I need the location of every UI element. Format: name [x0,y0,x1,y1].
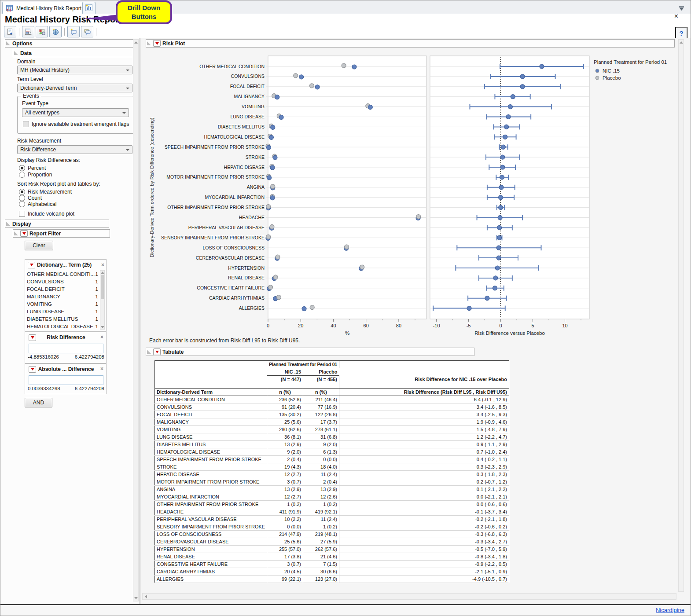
placebo-dot[interactable] [266,235,271,239]
risk-difference-range-input[interactable] [29,344,103,353]
table-row[interactable]: DIABETES MELLITUS13 (2.9)9 (2.0)0.9 (-1.… [155,441,509,448]
scroll-down-icon[interactable] [101,326,104,328]
filter-funnel-icon[interactable] [679,5,684,13]
placebo-dot[interactable] [270,224,274,229]
disclosure-icon[interactable] [147,41,151,45]
placebo-dot[interactable] [345,245,349,249]
filter-list-item[interactable]: MALIGNANCY1 [27,293,99,300]
placebo-dot[interactable] [273,275,278,279]
disclosure-icon[interactable] [14,231,18,235]
table-row[interactable]: CONGESTIVE HEART FAILURE3 (0.7)7 (1.5)-0… [155,561,509,568]
filter-list-item[interactable]: VOMITING1 [27,300,99,308]
risk-plot-header[interactable]: Risk Plot [146,39,675,48]
risk-diff-dot[interactable] [520,84,525,89]
table-row[interactable]: ALLERGIES99 (22.1)123 (27.0)-4.9 (-10.5 … [155,576,509,583]
disclosure-icon[interactable] [6,222,10,226]
save-picture-icon[interactable] [36,26,48,37]
risk-diff-dot[interactable] [508,105,512,109]
red-triangle-menu-icon[interactable] [153,348,161,355]
nic-dot[interactable] [270,165,275,170]
data-table-icon[interactable] [22,26,34,37]
nic-dot[interactable] [352,65,357,69]
close-icon[interactable]: × [101,262,104,268]
domain-select[interactable]: MH (Medical History) [17,66,132,74]
table-row[interactable]: OTHER MEDICAL CONDITION236 (52.8)211 (46… [155,396,509,403]
filter-list-item[interactable]: LUNG DISEASE1 [27,308,99,315]
help-button[interactable]: ? [676,27,687,39]
table-row[interactable]: CARDIAC ARRHYTHMIAS20 (4.5)30 (6.6)-2.1 … [155,568,509,576]
nic-dot[interactable] [368,105,372,110]
nic-dot[interactable] [275,95,279,99]
placebo-dot[interactable] [342,63,346,68]
risk-measurement-select[interactable]: Risk Difference [17,145,132,154]
ignore-flags-checkbox[interactable] [23,121,29,127]
report-filter-header[interactable]: Report Filter [13,229,110,238]
placebo-dot[interactable] [310,305,314,310]
red-triangle-menu-icon[interactable] [28,262,35,268]
sidebar-scrollbar[interactable] [133,39,139,601]
disclosure-icon[interactable] [6,41,10,45]
nic-dot[interactable] [266,145,271,150]
options-section-header[interactable]: Options [5,39,134,48]
table-row[interactable]: LOSS OF CONSCIOUSNESS214 (47.9)219 (48.1… [155,531,509,538]
placebo-dot[interactable] [309,84,314,88]
scroll-left-icon[interactable] [145,595,147,598]
filter-list-item[interactable]: HEMATOLOGICAL DISEASE1 [27,323,99,330]
risk-diff-dot[interactable] [500,155,505,159]
placebo-dot[interactable] [294,73,298,78]
risk-diff-dot[interactable] [499,185,504,190]
table-row[interactable]: HYPERTENSION255 (57.0)262 (57.6)-0.5 (-7… [155,546,509,553]
risk-diff-dot[interactable] [496,256,501,260]
risk-diff-dot[interactable] [520,74,525,79]
risk-diff-dot[interactable] [467,306,471,311]
new-note-icon[interactable] [67,26,80,37]
close-icon[interactable]: × [100,334,103,340]
disclosure-icon[interactable] [14,51,18,55]
tab-medical-history-risk-report[interactable]: 0:1 Medical History Risk Report [2,2,85,14]
clear-button[interactable]: Clear [25,241,53,250]
filter-list-item[interactable]: FOCAL DEFICIT1 [27,285,99,293]
radio-alphabetical[interactable]: Alphabetical [19,201,56,207]
red-triangle-menu-icon[interactable] [29,334,36,341]
table-row[interactable]: HEPATIC DISEASE12 (2.7)11 (2.4)0.3 (-1.8… [155,471,509,478]
placebo-dot[interactable] [271,184,275,189]
legend-swatch[interactable] [595,76,599,80]
table-row[interactable]: CEREBROVASCULAR DISEASE25 (5.6)27 (5.9)-… [155,538,509,546]
nic-dot[interactable] [279,115,283,120]
risk-diff-dot[interactable] [540,64,544,69]
risk-diff-dot[interactable] [496,246,501,250]
table-row[interactable]: STROKE19 (4.3)18 (4.0)0.3 (-2.3 , 2.9) [155,463,509,471]
table-row[interactable]: OTHER IMPAIRMENT FROM PRIOR STROKE1 (0.2… [155,501,509,508]
placebo-dot[interactable] [276,295,281,300]
nic-dot[interactable] [299,75,304,79]
scroll-up-icon[interactable] [101,271,104,274]
event-type-select[interactable]: All event types [22,108,129,117]
radio-proportion[interactable]: Proportion [19,172,52,178]
scroll-down-icon[interactable] [134,597,138,599]
table-row[interactable]: LUNG DISEASE36 (8.1)31 (6.8)1.2 (-2.2 , … [155,433,509,441]
filter-list-item[interactable]: OTHER MEDICAL CONDITI...1 [27,270,99,278]
risk-diff-dot[interactable] [495,266,500,270]
scroll-up-icon[interactable] [134,41,138,44]
risk-diff-dot[interactable] [511,95,515,99]
nic-dot[interactable] [302,307,306,311]
nic-dot[interactable] [271,125,275,129]
table-row[interactable]: MYOCARDIAL INFARCTION12 (2.7)12 (2.6)0.0… [155,493,509,501]
table-row[interactable]: PERIPHERAL VASCULAR DISEASE10 (2.2)11 (2… [155,516,509,523]
placebo-dot[interactable] [266,205,271,209]
red-triangle-menu-icon[interactable] [20,230,28,237]
study-link[interactable]: Nicardipine [656,607,684,613]
display-section-header[interactable]: Display [5,220,109,228]
risk-diff-dot[interactable] [493,286,497,290]
nic-dot[interactable] [269,135,273,139]
table-row[interactable]: VOMITING280 (62.6)278 (61.1)1.5 (-4.8 , … [155,426,509,433]
table-row[interactable]: ANGINA13 (2.9)13 (2.9)0.1 (-2.1 , 2.2) [155,486,509,493]
risk-diff-dot[interactable] [493,276,498,280]
scroll-up-icon[interactable] [680,41,683,44]
radio-risk-measurement[interactable]: Risk Measurement [19,189,72,195]
tabulate-header[interactable]: Tabulate [146,348,474,356]
radio-percent[interactable]: Percent [19,165,46,171]
table-row[interactable]: CONVULSIONS91 (20.4)77 (16.9)3.4 (-1.6 ,… [155,403,509,411]
legend-swatch[interactable] [595,69,599,73]
table-row[interactable]: SPEECH IMPAIRMENT FROM PRIOR STROKE2 (0.… [155,456,509,463]
